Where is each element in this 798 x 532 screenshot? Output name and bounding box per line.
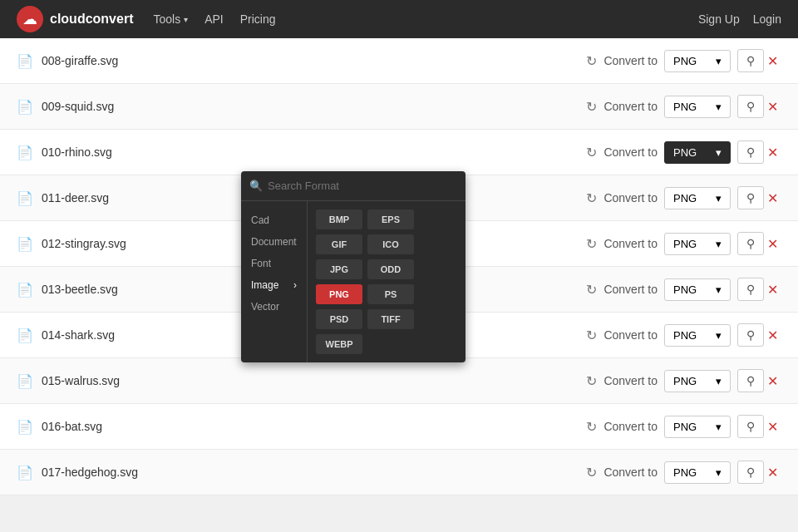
delete-button[interactable]: ✕ — [764, 53, 781, 69]
settings-button[interactable]: ⚲ — [737, 415, 764, 438]
refresh-icon[interactable]: ↻ — [586, 190, 597, 206]
convert-label: Convert to — [603, 54, 658, 67]
refresh-icon[interactable]: ↻ — [586, 419, 597, 435]
format-category[interactable]: Cad — [241, 209, 307, 231]
nav-tools-link[interactable]: Tools ▾ — [153, 12, 188, 26]
format-option-button[interactable]: PSD — [316, 309, 362, 329]
convert-section: Convert to PNG ▾ — [603, 233, 731, 255]
settings-button[interactable]: ⚲ — [737, 369, 764, 392]
login-button[interactable]: Login — [753, 12, 781, 26]
refresh-icon[interactable]: ↻ — [586, 236, 597, 252]
brand: cloudconvert — [17, 6, 133, 32]
settings-button[interactable]: ⚲ — [737, 461, 764, 484]
file-name: 016-bat.svg — [42, 420, 586, 433]
file-icon: 📄 — [17, 190, 33, 206]
format-option-button[interactable]: WEBP — [316, 334, 362, 354]
brand-name: cloudconvert — [50, 12, 133, 27]
file-list: 📄 008-giraffe.svg ↻ Convert to PNG ▾ ⚲ ✕… — [0, 38, 798, 495]
convert-label: Convert to — [603, 420, 658, 433]
format-value: PNG — [673, 421, 697, 433]
file-icon: 📄 — [17, 373, 33, 389]
delete-button[interactable]: ✕ — [764, 282, 781, 298]
file-name: 008-giraffe.svg — [42, 54, 586, 67]
format-option-button[interactable]: EPS — [367, 209, 414, 229]
refresh-icon[interactable]: ↻ — [586, 53, 597, 69]
settings-button[interactable]: ⚲ — [737, 232, 764, 255]
refresh-icon[interactable]: ↻ — [586, 373, 597, 389]
dropdown-chevron: ▾ — [716, 55, 722, 67]
signup-button[interactable]: Sign Up — [698, 12, 740, 26]
format-dropdown-button[interactable]: PNG ▾ — [664, 324, 731, 347]
delete-button[interactable]: ✕ — [764, 145, 781, 160]
file-row: 📄 010-rhino.svg ↻ Convert to PNG ▾ ⚲ ✕ 🔍 — [0, 130, 798, 175]
format-option-button[interactable]: PNG — [316, 284, 362, 304]
navbar-left: cloudconvert Tools ▾ API Pricing — [17, 6, 276, 32]
refresh-icon[interactable]: ↻ — [586, 99, 597, 115]
format-search-input[interactable] — [268, 180, 457, 192]
delete-button[interactable]: ✕ — [764, 236, 781, 252]
format-dropdown-button[interactable]: PNG ▾ — [664, 96, 731, 118]
format-option-button[interactable]: BMP — [316, 209, 362, 229]
refresh-icon[interactable]: ↻ — [586, 328, 597, 343]
settings-button[interactable]: ⚲ — [737, 278, 764, 301]
file-row: 📄 008-giraffe.svg ↻ Convert to PNG ▾ ⚲ ✕ — [0, 38, 798, 84]
file-icon: 📄 — [17, 145, 33, 160]
file-row: 📄 017-hedgehog.svg ↻ Convert to PNG ▾ ⚲ … — [0, 450, 798, 495]
format-value: PNG — [673, 146, 697, 159]
format-option-button[interactable]: PS — [367, 284, 414, 304]
format-option-button[interactable]: ICO — [367, 234, 414, 254]
delete-button[interactable]: ✕ — [764, 99, 781, 115]
settings-button[interactable]: ⚲ — [737, 140, 764, 164]
format-category[interactable]: Image › — [241, 274, 307, 296]
dropdown-chevron: ▾ — [716, 238, 722, 250]
format-category[interactable]: Font — [241, 253, 307, 274]
format-dropdown-button[interactable]: PNG ▾ — [664, 50, 731, 72]
convert-section: Convert to PNG ▾ — [603, 461, 731, 484]
category-label: Vector — [251, 301, 279, 313]
settings-button[interactable]: ⚲ — [737, 186, 764, 209]
refresh-icon[interactable]: ↻ — [586, 282, 597, 298]
format-dropdown-button[interactable]: PNG ▾ — [664, 461, 731, 484]
settings-button[interactable]: ⚲ — [737, 323, 764, 347]
refresh-icon[interactable]: ↻ — [586, 465, 597, 480]
format-dropdown-button[interactable]: PNG ▾ — [664, 141, 731, 164]
delete-button[interactable]: ✕ — [764, 419, 781, 435]
nav-api-link[interactable]: API — [204, 12, 224, 26]
settings-button[interactable]: ⚲ — [737, 95, 764, 118]
convert-label: Convert to — [603, 328, 658, 342]
convert-label: Convert to — [603, 100, 658, 113]
dropdown-chevron: ▾ — [716, 101, 722, 113]
format-dropdown-button[interactable]: PNG ▾ — [664, 233, 731, 255]
delete-button[interactable]: ✕ — [764, 190, 781, 206]
format-option-button[interactable]: GIF — [316, 234, 362, 254]
category-label: Image — [251, 279, 278, 291]
category-arrow: › — [293, 279, 297, 291]
delete-button[interactable]: ✕ — [764, 373, 781, 389]
file-icon: 📄 — [17, 465, 33, 480]
convert-section: Convert to PNG ▾ — [603, 141, 731, 164]
tools-label: Tools — [153, 12, 180, 26]
category-label: Document — [251, 236, 297, 248]
refresh-icon[interactable]: ↻ — [586, 145, 597, 160]
delete-button[interactable]: ✕ — [764, 328, 781, 343]
format-dropdown-button[interactable]: PNG ▾ — [664, 370, 731, 392]
file-name: 015-walrus.svg — [42, 374, 586, 387]
format-option-button[interactable]: TIFF — [367, 309, 414, 329]
format-dropdown-button[interactable]: PNG ▾ — [664, 187, 731, 209]
dropdown-chevron: ▾ — [716, 192, 722, 204]
format-value: PNG — [673, 192, 697, 204]
format-menu: 🔍 Cad Document Font — [241, 171, 466, 362]
convert-label: Convert to — [603, 283, 658, 296]
format-option-button[interactable]: ODD — [367, 259, 414, 279]
convert-label: Convert to — [603, 237, 658, 250]
format-dropdown-button[interactable]: PNG ▾ — [664, 278, 731, 301]
nav-pricing-link[interactable]: Pricing — [240, 12, 276, 26]
navbar: cloudconvert Tools ▾ API Pricing Sign Up… — [0, 0, 798, 38]
format-category[interactable]: Vector — [241, 296, 307, 318]
settings-button[interactable]: ⚲ — [737, 49, 764, 72]
dropdown-chevron: ▾ — [716, 421, 722, 433]
delete-button[interactable]: ✕ — [764, 465, 781, 480]
format-dropdown-button[interactable]: PNG ▾ — [664, 416, 731, 438]
format-option-button[interactable]: JPG — [316, 259, 362, 279]
format-category[interactable]: Document — [241, 231, 307, 253]
